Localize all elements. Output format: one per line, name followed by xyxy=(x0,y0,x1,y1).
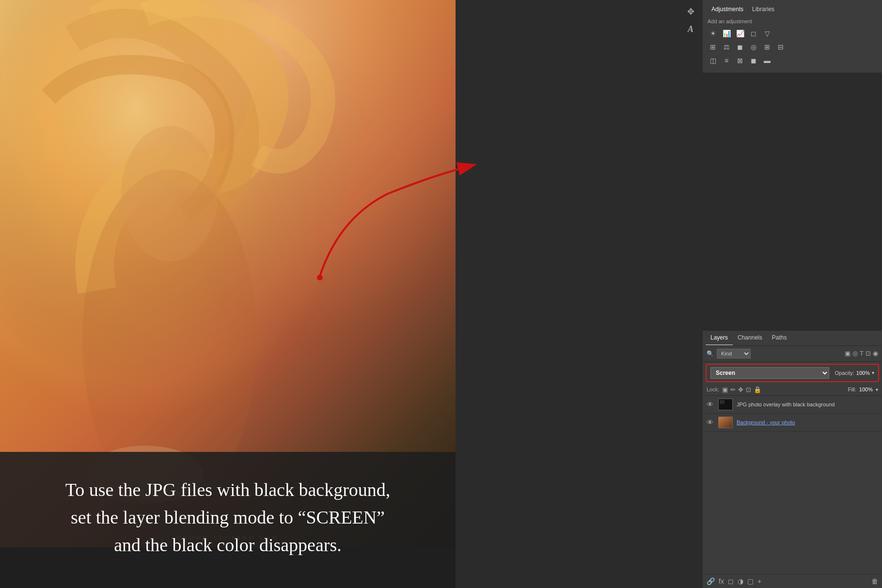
opacity-value: 100% xyxy=(856,370,870,376)
instruction-text: To use the JPG files with black backgrou… xyxy=(29,476,426,559)
smart-filter-icon[interactable]: ◉ xyxy=(873,350,878,357)
adjustment-icons-row2: ⊞ ⚖ ◼ ◎ ⊞ ⊟ xyxy=(708,42,877,52)
layer-thumbnail-1 xyxy=(718,399,733,410)
levels-icon[interactable]: 📊 xyxy=(721,28,732,39)
layer-thumbnail-2 xyxy=(718,417,733,428)
sidebar-move-tool[interactable]: ✥ xyxy=(683,4,698,19)
lock-all-icon[interactable]: 🔒 xyxy=(754,386,761,393)
delete-layer-icon[interactable]: 🗑 xyxy=(871,577,878,585)
panel-spacer xyxy=(703,73,882,331)
group-layers-icon[interactable]: ▢ xyxy=(747,577,754,585)
layer-row-jpg-overlay[interactable]: 👁 JPG photo overlay with black backgroun… xyxy=(703,396,882,414)
lock-paint-icon[interactable]: ✏ xyxy=(730,386,736,393)
posterize-icon[interactable]: ≡ xyxy=(721,55,732,66)
panel-tabs: Adjustments Libraries xyxy=(708,4,877,15)
opacity-chevron[interactable]: ▾ xyxy=(872,370,874,375)
visibility-icon-2[interactable]: 👁 xyxy=(707,418,714,426)
layer-row-background[interactable]: 👁 Background - your photo xyxy=(703,414,882,432)
instruction-overlay: To use the JPG files with black backgrou… xyxy=(0,452,456,588)
layers-panel: Layers Channels Paths 🔍 Kind ▣ ◎ T ⊡ ◉ S… xyxy=(703,331,882,588)
tab-layers[interactable]: Layers xyxy=(706,331,733,345)
fill-label: Fill: xyxy=(848,387,856,392)
lock-artboard-icon[interactable]: ⊡ xyxy=(746,386,751,393)
lock-transparency-icon[interactable]: ▣ xyxy=(722,386,728,393)
exposure-icon[interactable]: ◻ xyxy=(748,28,759,39)
sidebar-type-tool[interactable]: A xyxy=(683,21,698,37)
fill-chevron[interactable]: ▾ xyxy=(876,387,878,392)
layers-tabs: Layers Channels Paths xyxy=(703,331,882,346)
lock-icons: ▣ ✏ ✥ ⊡ 🔒 xyxy=(722,386,761,393)
layer-style-icon[interactable]: fx xyxy=(719,577,724,585)
pixel-filter-icon[interactable]: ▣ xyxy=(845,350,850,357)
svg-rect-9 xyxy=(719,417,732,428)
hue-icon[interactable]: ⊞ xyxy=(708,42,718,52)
layers-bottom-toolbar: 🔗 fx ◻ ◑ ▢ + 🗑 xyxy=(703,574,882,588)
channel-mixer-icon[interactable]: ⊞ xyxy=(762,42,772,52)
fill-value: 100% xyxy=(859,387,873,392)
svg-rect-8 xyxy=(720,400,724,404)
gradient-map-icon[interactable]: ◼ xyxy=(748,55,759,66)
type-filter-icon[interactable]: T xyxy=(860,350,864,357)
shape-filter-icon[interactable]: ⊡ xyxy=(866,350,871,357)
lock-row: Lock: ▣ ✏ ✥ ⊡ 🔒 Fill: 100% ▾ xyxy=(703,384,882,396)
threshold-icon[interactable]: ⊠ xyxy=(735,55,745,66)
selective-color-icon[interactable]: ▬ xyxy=(762,55,772,66)
photo-filter-icon[interactable]: ◎ xyxy=(748,42,759,52)
filter-icons: ▣ ◎ T ⊡ ◉ xyxy=(845,350,878,357)
photo-area: BROWN-LEOPARD.COM To use the JPG files w… xyxy=(0,0,456,588)
new-layer-icon[interactable]: + xyxy=(757,577,761,585)
adjustment-icons-row1: ☀ 📊 📈 ◻ ▽ xyxy=(708,28,877,39)
layers-filter-row: 🔍 Kind ▣ ◎ T ⊡ ◉ xyxy=(703,346,882,362)
visibility-icon-1[interactable]: 👁 xyxy=(707,401,714,408)
search-icon: 🔍 xyxy=(707,350,714,357)
tab-paths[interactable]: Paths xyxy=(767,331,792,345)
invert-icon[interactable]: ◫ xyxy=(708,55,718,66)
blend-mode-dropdown[interactable]: Screen Normal Multiply Overlay xyxy=(710,367,829,379)
adjustment-layer-icon[interactable]: ◑ xyxy=(738,577,743,585)
svg-point-3 xyxy=(121,126,218,262)
tab-libraries[interactable]: Libraries xyxy=(748,4,778,15)
tab-channels[interactable]: Channels xyxy=(733,331,767,345)
tab-adjustments[interactable]: Adjustments xyxy=(708,4,747,15)
color-balance-icon[interactable]: ⚖ xyxy=(721,42,732,52)
middle-area xyxy=(456,0,678,588)
layer-mask-icon[interactable]: ◻ xyxy=(728,577,734,585)
layer-name-1: JPG photo overlay with black background xyxy=(737,402,878,407)
adjustments-panel: Adjustments Libraries Add an adjustment … xyxy=(703,0,882,73)
layer-name-2: Background - your photo xyxy=(737,419,878,425)
ps-panel: Adjustments Libraries Add an adjustment … xyxy=(703,0,882,588)
gradient-icon[interactable]: ▽ xyxy=(762,28,772,39)
curves-icon[interactable]: 📈 xyxy=(735,28,745,39)
link-layers-icon[interactable]: 🔗 xyxy=(707,577,715,585)
ps-sidebar: ✥ A xyxy=(678,0,703,588)
blend-mode-row: Screen Normal Multiply Overlay Opacity: … xyxy=(706,364,879,382)
add-adjustment-label: Add an adjustment xyxy=(708,18,877,24)
opacity-label: Opacity: xyxy=(835,370,854,376)
lock-label: Lock: xyxy=(707,387,719,392)
color-lookup-icon[interactable]: ⊟ xyxy=(775,42,786,52)
bw-icon[interactable]: ◼ xyxy=(735,42,745,52)
lock-move-icon[interactable]: ✥ xyxy=(738,386,743,393)
adjust-filter-icon[interactable]: ◎ xyxy=(852,350,858,357)
adjustment-icons-row3: ◫ ≡ ⊠ ◼ ▬ xyxy=(708,55,877,66)
kind-dropdown[interactable]: Kind xyxy=(717,349,751,358)
brightness-icon[interactable]: ☀ xyxy=(708,28,718,39)
